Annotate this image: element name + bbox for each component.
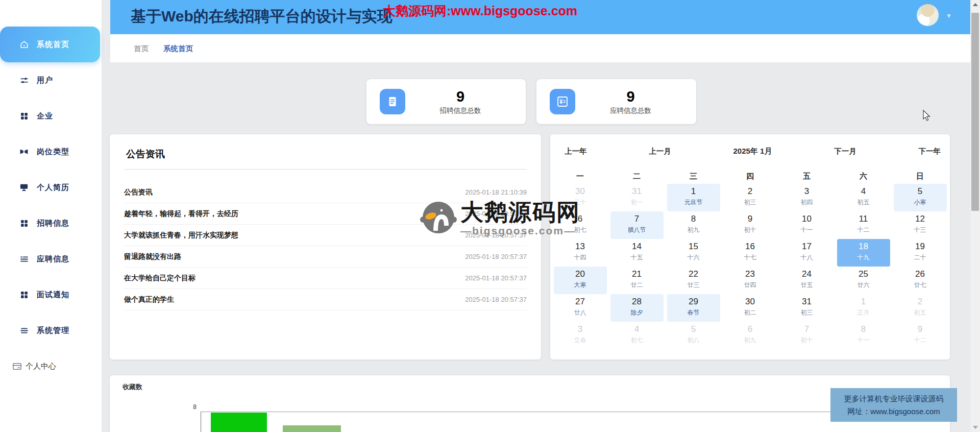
sidebar-item-personal-center[interactable]: 个人中心: [0, 348, 102, 384]
promo-line2: 网址：www.bigsgoose.com: [830, 405, 957, 418]
calendar-day[interactable]: 29春节: [667, 294, 720, 322]
calendar-day[interactable]: 17十八: [780, 239, 834, 267]
calendar-day[interactable]: 25廿六: [837, 267, 890, 294]
day-lunar: 廿六: [837, 280, 890, 290]
announcement-row[interactable]: 在大学给自己定个目标2025-01-18 20:57:37: [124, 268, 527, 289]
day-number: 23: [724, 268, 777, 280]
calendar-day[interactable]: 22廿三: [667, 267, 720, 294]
calendar-day[interactable]: 9十二: [894, 322, 947, 349]
breadcrumb-home[interactable]: 首页: [134, 44, 149, 54]
day-lunar: 初七: [554, 225, 607, 234]
sidebar-item-label: 企业: [37, 111, 53, 121]
sidebar-item-label: 面试通知: [37, 290, 69, 300]
calendar-day[interactable]: 11十二: [837, 211, 890, 239]
calendar-day[interactable]: 6初九: [724, 322, 777, 349]
calendar-day[interactable]: 24廿五: [780, 267, 834, 294]
day-lunar: 十五: [610, 253, 664, 262]
calendar-day[interactable]: 18十九: [837, 239, 890, 267]
next-month-button[interactable]: 下一月: [834, 147, 856, 156]
y-axis-line: [201, 412, 201, 432]
day-number: 7: [780, 323, 834, 335]
sidebar-item-recruit-info[interactable]: 招聘信息: [0, 205, 102, 241]
day-number: 9: [724, 213, 777, 225]
announcement-row[interactable]: 趁着年轻，输得起，看得开，去经历2025-01-18 20:57:37: [124, 203, 527, 225]
breadcrumb-current[interactable]: 系统首页: [163, 44, 193, 54]
weekday-label: 六: [837, 169, 890, 184]
announcement-row[interactable]: 留退路就没有出路2025-01-18 20:57:37: [124, 246, 527, 268]
scroll-up-arrow-icon[interactable]: [973, 3, 978, 6]
calendar-day[interactable]: 7初十: [780, 322, 834, 349]
grid-icon: [18, 112, 30, 120]
day-lunar: 廿三: [667, 280, 720, 290]
announcement-row[interactable]: 公告资讯2025-01-18 21:10:39: [124, 182, 527, 203]
day-number: 29: [667, 296, 720, 308]
chevron-down-icon[interactable]: ▼: [946, 12, 952, 19]
day-lunar: 初三: [724, 198, 777, 207]
weekday-label: 五: [780, 169, 834, 184]
calendar-day[interactable]: 21廿二: [610, 267, 664, 294]
calendar-day[interactable]: 28除夕: [610, 294, 664, 322]
announcement-row[interactable]: 做个真正的学生2025-01-18 20:57:37: [124, 289, 527, 310]
user-avatar[interactable]: [917, 4, 939, 26]
sidebar-item-system-manage[interactable]: 系统管理: [0, 313, 102, 348]
calendar-day[interactable]: 6初七: [554, 211, 607, 239]
sidebar-item-resume[interactable]: 个人简历: [0, 170, 102, 205]
calendar-day[interactable]: 27廿八: [554, 294, 607, 322]
chart-bar: [211, 413, 267, 432]
calendar-day[interactable]: 9初十: [724, 211, 777, 239]
sidebar-item-interview-notice[interactable]: 面试通知: [0, 277, 102, 313]
scrollbar-thumb[interactable]: [971, 13, 979, 211]
sidebar-item-company[interactable]: 企业: [0, 98, 102, 134]
day-number: 31: [780, 296, 834, 308]
calendar-day[interactable]: 31初一: [610, 184, 664, 211]
day-lunar: 立春: [554, 335, 607, 345]
stat-card-recruit-total: 9 招聘信息总数: [366, 79, 526, 124]
day-number: 12: [894, 213, 947, 225]
calendar-day[interactable]: 16十七: [724, 239, 777, 267]
day-lunar: 二十: [894, 253, 947, 262]
day-number: 8: [837, 323, 890, 335]
calendar-day[interactable]: 23廿四: [724, 267, 777, 294]
calendar-day[interactable]: 4初七: [610, 322, 664, 349]
vertical-scrollbar[interactable]: [970, 0, 980, 432]
calendar-day[interactable]: 13十四: [554, 239, 607, 267]
sidebar-item-apply-info[interactable]: 应聘信息: [0, 241, 102, 277]
calendar-day[interactable]: 5小寒: [894, 184, 947, 211]
calendar-day[interactable]: 10十一: [780, 211, 834, 239]
calendar-day[interactable]: 3立春: [554, 322, 607, 349]
calendar-day[interactable]: 8初九: [667, 211, 720, 239]
calendar-day[interactable]: 3初四: [780, 184, 834, 211]
calendar-day[interactable]: 26廿七: [894, 267, 947, 294]
calendar-day[interactable]: 14十五: [610, 239, 664, 267]
announcement-title: 在大学给自己定个目标: [124, 274, 195, 283]
calendar-day[interactable]: 12十三: [894, 211, 947, 239]
calendar-day[interactable]: 5初八: [667, 322, 720, 349]
calendar-day[interactable]: 7腊八节: [610, 211, 664, 239]
calendar-day[interactable]: 1元旦节: [667, 184, 720, 211]
sidebar-item-users[interactable]: 用户: [0, 62, 102, 98]
calendar-day[interactable]: 2初五: [894, 294, 947, 322]
prev-month-button[interactable]: 上一月: [649, 147, 671, 156]
scroll-down-arrow-icon[interactable]: [973, 426, 978, 429]
day-number: 10: [780, 213, 834, 225]
calendar-day[interactable]: 30初二: [724, 294, 777, 322]
sidebar-item-home[interactable]: 系统首页: [0, 27, 100, 62]
day-lunar: 十一: [837, 335, 890, 345]
calendar-day[interactable]: 1正月: [837, 294, 890, 322]
calendar-day[interactable]: 4初五: [837, 184, 890, 211]
day-number: 5: [667, 323, 720, 335]
calendar-day[interactable]: 15十六: [667, 239, 720, 267]
day-lunar: 十二: [894, 335, 947, 345]
calendar-day[interactable]: 8十一: [837, 322, 890, 349]
announcement-row[interactable]: 大学就该抓住青春，用汗水实现梦想2025-01-18 20:57:37: [124, 225, 527, 246]
next-year-button[interactable]: 下一年: [918, 147, 941, 156]
day-lunar: 小寒: [894, 198, 947, 207]
calendar-day[interactable]: 2初三: [724, 184, 777, 211]
calendar-day[interactable]: 30三十: [554, 184, 607, 211]
calendar-day[interactable]: 31初三: [780, 294, 834, 322]
sidebar-item-job-type[interactable]: 岗位类型: [0, 134, 102, 170]
prev-year-button[interactable]: 上一年: [565, 147, 587, 156]
calendar-day[interactable]: 19二十: [894, 239, 947, 267]
breadcrumb: 首页 系统首页: [110, 34, 970, 62]
calendar-day[interactable]: 20大寒: [554, 267, 607, 294]
